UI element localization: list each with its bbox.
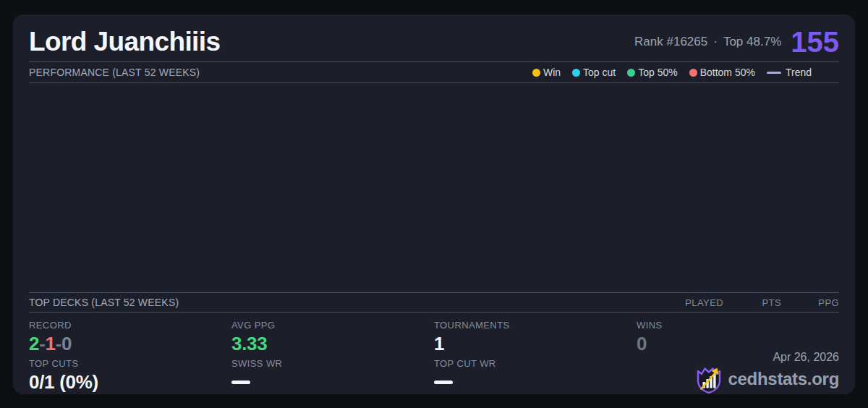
rank-separator: ·	[713, 35, 718, 49]
stat-avg-ppg: AVG PPG 3.33	[231, 320, 434, 354]
stat-tournaments-label: TOURNAMENTS	[434, 320, 637, 331]
stat-avg-ppg-label: AVG PPG	[231, 320, 434, 331]
stat-avg-ppg-value: 3.33	[231, 333, 434, 354]
top-decks-section-header: TOP DECKS (LAST 52 WEEKS) PLAYED PTS PPG	[29, 292, 839, 313]
top-50-dot-icon	[627, 69, 635, 77]
record-losses: 1	[46, 333, 56, 354]
legend-label: Top cut	[583, 67, 616, 78]
stat-wins-label: WINS	[637, 320, 839, 331]
stat-swiss-wr: SWISS WR —	[231, 358, 434, 393]
top-percent-label: Top 48.7%	[723, 35, 781, 49]
performance-section-header: PERFORMANCE (LAST 52 WEEKS) Win Top cut …	[29, 61, 839, 83]
rating-value: 155	[791, 27, 839, 56]
stat-record: RECORD 2-1-0	[29, 320, 231, 354]
record-draws: 0	[61, 333, 72, 354]
footer-date: Apr 26, 2026	[696, 351, 839, 364]
legend-item-win[interactable]: Win	[532, 67, 561, 78]
empty-value-dash: —	[434, 381, 453, 384]
cedhstats-shield-logo-icon	[696, 365, 722, 394]
legend-label: Win	[543, 67, 561, 78]
chart-legend: Win Top cut Top 50% Bottom 50% Trend	[532, 67, 839, 78]
top-cut-dot-icon	[572, 69, 580, 77]
stat-top-cut-wr-value: —	[434, 371, 637, 393]
record-separator: -	[39, 333, 45, 354]
card-footer: Apr 26, 2026 cedhstats.org	[696, 351, 839, 394]
legend-label: Trend	[786, 67, 812, 78]
stat-top-cut-wr: TOP CUT WR —	[434, 358, 637, 393]
brand-row[interactable]: cedhstats.org	[696, 365, 839, 394]
stat-tournaments: TOURNAMENTS 1	[434, 320, 637, 354]
legend-item-top-50[interactable]: Top 50%	[627, 67, 677, 78]
stat-record-value: 2-1-0	[29, 333, 231, 354]
header-rank-group: Rank #16265 · Top 48.7% 155	[634, 27, 839, 56]
legend-item-top-cut[interactable]: Top cut	[572, 67, 616, 78]
top-decks-title: TOP DECKS (LAST 52 WEEKS)	[29, 297, 179, 308]
card-header: Lord Juanchiiis Rank #16265 · Top 48.7% …	[13, 14, 855, 61]
brand-name: cedhstats.org	[728, 369, 839, 389]
legend-item-trend[interactable]: Trend	[767, 67, 812, 78]
performance-chart	[29, 83, 839, 292]
player-name: Lord Juanchiiis	[29, 27, 220, 57]
rank-label: Rank #16265	[634, 35, 707, 49]
win-dot-icon	[532, 69, 540, 77]
legend-label: Bottom 50%	[700, 67, 755, 78]
column-header-played: PLAYED	[665, 297, 723, 308]
deck-table-columns: PLAYED PTS PPG	[665, 297, 839, 308]
performance-title: PERFORMANCE (LAST 52 WEEKS)	[29, 67, 200, 78]
rank-line: Rank #16265 · Top 48.7%	[634, 35, 781, 49]
stat-top-cuts-label: TOP CUTS	[29, 358, 231, 369]
stat-top-cuts: TOP CUTS 0/1 (0%)	[29, 358, 231, 393]
stat-top-cuts-value: 0/1 (0%)	[29, 371, 231, 393]
stat-swiss-wr-label: SWISS WR	[231, 358, 434, 369]
stat-record-label: RECORD	[29, 320, 231, 331]
record-wins: 2	[29, 333, 39, 354]
legend-label: Top 50%	[638, 67, 677, 78]
stat-swiss-wr-value: —	[231, 371, 434, 393]
bottom-50-dot-icon	[689, 69, 697, 77]
empty-value-dash: —	[231, 381, 250, 384]
stat-top-cut-wr-label: TOP CUT WR	[434, 358, 637, 369]
player-stats-card: Lord Juanchiiis Rank #16265 · Top 48.7% …	[13, 14, 855, 394]
legend-item-bottom-50[interactable]: Bottom 50%	[689, 67, 755, 78]
trend-line-icon	[767, 72, 781, 74]
column-header-pts: PTS	[723, 297, 781, 308]
stat-tournaments-value: 1	[434, 333, 637, 354]
stat-wins: WINS 0	[637, 320, 839, 354]
record-separator: -	[56, 333, 61, 354]
column-header-ppg: PPG	[781, 297, 839, 308]
